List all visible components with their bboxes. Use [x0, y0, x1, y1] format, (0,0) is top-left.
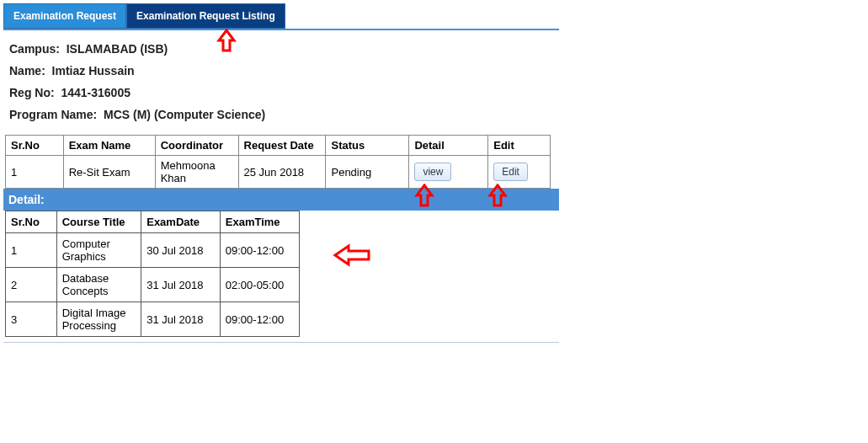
th-srno: Sr.No: [6, 136, 64, 156]
th-edit: Edit: [488, 136, 551, 156]
cell-examdate: 31 Jul 2018: [141, 302, 221, 337]
student-info: Campus: ISLAMABAD (ISB) Name: Imtiaz Hus…: [3, 30, 559, 135]
cell-examtime: 09:00-12:00: [220, 302, 299, 337]
cell-edit: Edit: [488, 156, 551, 189]
view-button[interactable]: view: [414, 163, 451, 181]
tabs: Examination Request Examination Request …: [3, 3, 559, 30]
campus-label: Campus:: [9, 42, 60, 56]
cell-course: Database Concepts: [56, 268, 141, 302]
name-value: Imtiaz Hussain: [52, 64, 135, 77]
tab-examination-request-listing[interactable]: Examination Request Listing: [126, 3, 285, 29]
request-table: Sr.No Exam Name Coordinator Request Date…: [5, 135, 551, 189]
tab-examination-request[interactable]: Examination Request: [3, 3, 126, 29]
th-course-title: Course Title: [56, 211, 141, 233]
cell-srno: 1: [6, 156, 64, 189]
th-coordinator: Coordinator: [155, 136, 238, 156]
table-row: 1 Re-Sit Exam Mehmoona Khan 25 Jun 2018 …: [6, 156, 551, 189]
program-label: Program Name:: [9, 108, 97, 121]
table-row: 3 Digital Image Processing 31 Jul 2018 0…: [6, 302, 300, 337]
cell-status: Pending: [326, 156, 409, 189]
table-row: 2 Database Concepts 31 Jul 2018 02:00-05…: [6, 268, 300, 302]
regno-label: Reg No:: [9, 86, 55, 99]
cell-examtime: 02:00-05:00: [220, 268, 299, 302]
cell-course: Digital Image Processing: [56, 302, 141, 337]
cell-exam-name: Re-Sit Exam: [63, 156, 155, 189]
th-exam-time: ExamTime: [220, 211, 299, 233]
cell-examdate: 31 Jul 2018: [141, 268, 221, 302]
regno-value: 1441-316005: [61, 86, 130, 99]
th-status: Status: [326, 136, 409, 156]
detail-table: Sr.No Course Title ExamDate ExamTime 1 C…: [5, 211, 300, 337]
cell-srno: 3: [6, 302, 57, 337]
cell-course: Computer Graphics: [56, 233, 141, 268]
name-label: Name:: [9, 64, 45, 77]
cell-srno: 1: [6, 233, 57, 268]
edit-button[interactable]: Edit: [493, 163, 528, 181]
detail-heading: Detail:: [3, 189, 559, 211]
cell-detail: view: [409, 156, 488, 189]
program-value: MCS (M) (Computer Science): [104, 108, 265, 121]
th-exam-date: ExamDate: [141, 211, 221, 233]
table-row: 1 Computer Graphics 30 Jul 2018 09:00-12…: [6, 233, 300, 268]
cell-srno: 2: [6, 268, 57, 302]
cell-examdate: 30 Jul 2018: [141, 233, 221, 268]
cell-examtime: 09:00-12:00: [220, 233, 299, 268]
divider: [3, 342, 559, 343]
cell-request-date: 25 Jun 2018: [238, 156, 326, 189]
th-exam-name: Exam Name: [63, 136, 155, 156]
th-detail: Detail: [409, 136, 488, 156]
campus-value: ISLAMABAD (ISB): [67, 42, 168, 56]
annotation-arrow-left-icon: [332, 243, 372, 268]
th-detail-srno: Sr.No: [6, 211, 57, 233]
th-request-date: Request Date: [238, 136, 326, 156]
cell-coordinator: Mehmoona Khan: [155, 156, 238, 189]
